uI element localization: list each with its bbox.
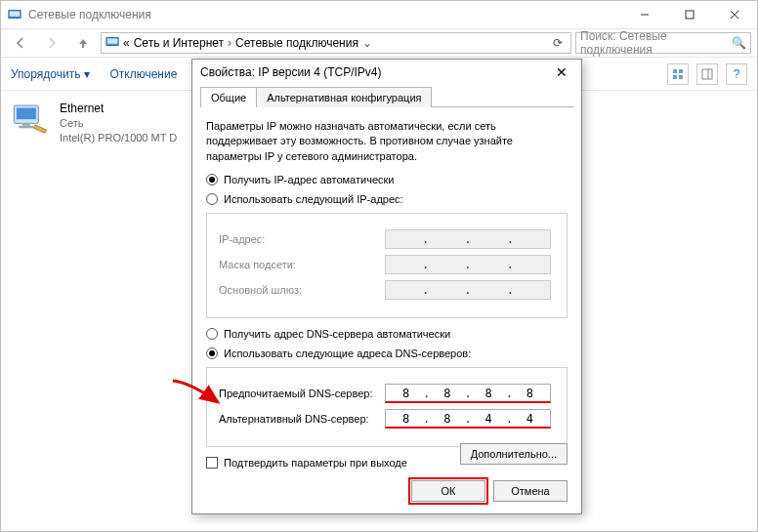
radio-dns-auto-label: Получить адрес DNS-сервера автоматически bbox=[224, 328, 450, 340]
svg-rect-1 bbox=[10, 12, 21, 17]
chevron-down-icon[interactable]: ⌄ bbox=[358, 36, 376, 50]
window-title: Сетевые подключения bbox=[28, 8, 151, 21]
title-bar: Сетевые подключения bbox=[1, 1, 757, 28]
advanced-button[interactable]: Дополнительно... bbox=[460, 443, 568, 465]
ip-address-input: . . . bbox=[385, 229, 551, 249]
breadcrumb-part2[interactable]: Сетевые подключения bbox=[235, 36, 358, 50]
svg-rect-10 bbox=[673, 75, 677, 79]
chevron-right-icon: › bbox=[228, 36, 232, 50]
svg-rect-3 bbox=[686, 11, 694, 19]
radio-ip-auto-label: Получить IP-адрес автоматически bbox=[224, 174, 394, 185]
dialog-title-bar: Свойства: IP версии 4 (TCP/IPv4) ✕ bbox=[192, 60, 581, 85]
radio-ip-manual[interactable]: Использовать следующий IP-адрес: bbox=[206, 193, 568, 205]
octet: 4 bbox=[526, 412, 533, 426]
radio-icon bbox=[206, 193, 218, 205]
network-connections-icon bbox=[105, 35, 119, 52]
up-button[interactable] bbox=[69, 31, 97, 55]
radio-dns-manual-label: Использовать следующие адреса DNS-сервер… bbox=[224, 348, 471, 359]
radio-ip-auto[interactable]: Получить IP-адрес автоматически bbox=[206, 174, 568, 185]
chevron-down-icon: ▾ bbox=[84, 67, 90, 81]
validate-label: Подтвердить параметры при выходе bbox=[224, 457, 407, 469]
alt-dns-input[interactable]: 8. 8. 4. 4 bbox=[385, 409, 551, 429]
octet: 8 bbox=[402, 412, 409, 426]
ip-fields-group: IP-адрес: . . . Маска подсети: . . . Осн… bbox=[206, 213, 568, 318]
radio-icon bbox=[206, 174, 218, 185]
radio-dns-manual[interactable]: Использовать следующие адреса DNS-сервер… bbox=[206, 348, 568, 359]
radio-icon bbox=[206, 348, 218, 359]
subnet-mask-input: . . . bbox=[385, 255, 551, 274]
svg-rect-11 bbox=[679, 75, 683, 79]
organize-menu[interactable]: Упорядочить ▾ bbox=[11, 67, 90, 81]
gateway-input: . . . bbox=[385, 280, 551, 300]
adapter-item-ethernet[interactable]: Ethernet Сеть Intel(R) PRO/1000 MT D bbox=[11, 101, 206, 145]
help-button[interactable]: ? bbox=[726, 63, 747, 85]
close-icon[interactable]: ✕ bbox=[550, 62, 573, 82]
network-connections-icon bbox=[7, 7, 22, 22]
svg-rect-8 bbox=[673, 69, 677, 73]
pref-dns-label: Предпочитаемый DNS-сервер: bbox=[219, 388, 385, 399]
pref-dns-input[interactable]: 8. 8. 8. 8 bbox=[385, 384, 551, 403]
octet: 8 bbox=[526, 387, 533, 400]
address-bar-row: « Сеть и Интернет › Сетевые подключения … bbox=[1, 28, 757, 58]
disable-label: Отключение bbox=[109, 67, 177, 81]
tab-general[interactable]: Общие bbox=[200, 87, 257, 107]
gateway-label: Основной шлюз: bbox=[219, 284, 385, 296]
checkbox-icon bbox=[206, 457, 218, 469]
subnet-mask-label: Маска подсети: bbox=[219, 259, 385, 270]
ip-address-label: IP-адрес: bbox=[219, 233, 385, 245]
window-controls bbox=[622, 1, 757, 28]
adapter-name: Ethernet bbox=[60, 101, 177, 116]
ok-button[interactable]: ОК bbox=[411, 480, 485, 502]
radio-ip-manual-label: Использовать следующий IP-адрес: bbox=[224, 193, 403, 205]
octet: 8 bbox=[443, 412, 450, 426]
svg-rect-12 bbox=[702, 69, 712, 79]
search-placeholder: Поиск: Сетевые подключения bbox=[580, 29, 732, 57]
dialog-footer: ОК Отмена bbox=[192, 472, 581, 513]
adapter-status: Сеть bbox=[60, 116, 177, 131]
organize-label: Упорядочить bbox=[11, 67, 80, 81]
alt-dns-label: Альтернативный DNS-сервер: bbox=[219, 413, 385, 425]
search-icon: 🔍 bbox=[732, 36, 746, 50]
octet: 8 bbox=[443, 387, 450, 400]
maximize-button[interactable] bbox=[667, 1, 712, 28]
forward-button[interactable] bbox=[38, 31, 65, 55]
dns-section: Получить адрес DNS-сервера автоматически… bbox=[206, 328, 568, 447]
cancel-button[interactable]: Отмена bbox=[493, 480, 568, 502]
dialog-tabs: Общие Альтернативная конфигурация bbox=[192, 87, 581, 107]
refresh-icon[interactable]: ⟳ bbox=[549, 36, 567, 50]
breadcrumb-part1[interactable]: Сеть и Интернет bbox=[134, 36, 224, 50]
ipv4-properties-dialog: Свойства: IP версии 4 (TCP/IPv4) ✕ Общие… bbox=[191, 59, 582, 514]
radio-dns-auto[interactable]: Получить адрес DNS-сервера автоматически bbox=[206, 328, 568, 340]
adapter-icon bbox=[11, 101, 50, 140]
ip-section: Получить IP-адрес автоматически Использо… bbox=[206, 174, 568, 318]
minimize-button[interactable] bbox=[622, 1, 667, 28]
svg-rect-17 bbox=[19, 126, 33, 129]
search-input[interactable]: Поиск: Сетевые подключения 🔍 bbox=[575, 32, 751, 54]
svg-rect-7 bbox=[107, 38, 118, 43]
tab-alternate[interactable]: Альтернативная конфигурация bbox=[256, 87, 432, 107]
svg-rect-15 bbox=[17, 108, 36, 120]
radio-icon bbox=[206, 328, 218, 340]
dns-fields-group: Предпочитаемый DNS-сервер: 8. 8. 8. 8 Ал… bbox=[206, 367, 568, 447]
svg-rect-16 bbox=[22, 123, 30, 125]
view-toggle-button[interactable] bbox=[667, 63, 689, 85]
breadcrumb-lead: « bbox=[123, 36, 130, 50]
disable-action[interactable]: Отключение bbox=[109, 67, 177, 81]
svg-rect-9 bbox=[679, 69, 683, 73]
dialog-intro-text: Параметры IP можно назначать автоматичес… bbox=[206, 119, 568, 164]
close-button[interactable] bbox=[712, 1, 757, 28]
address-bar[interactable]: « Сеть и Интернет › Сетевые подключения … bbox=[101, 32, 571, 54]
preview-pane-button[interactable] bbox=[696, 63, 718, 85]
octet: 8 bbox=[485, 387, 492, 400]
adapter-driver: Intel(R) PRO/1000 MT D bbox=[60, 131, 177, 145]
octet: 8 bbox=[402, 387, 409, 400]
dialog-title: Свойства: IP версии 4 (TCP/IPv4) bbox=[200, 65, 382, 79]
back-button[interactable] bbox=[7, 31, 34, 55]
octet: 4 bbox=[485, 412, 492, 426]
